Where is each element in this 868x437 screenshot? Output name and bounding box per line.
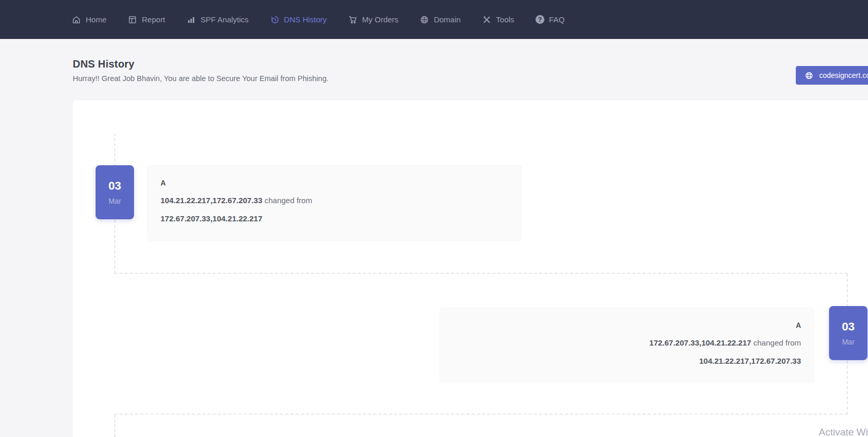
record-old-value: 172.67.207.33,104.21.22.217 [161,214,262,223]
nav-item-report[interactable]: Report [128,15,165,24]
tools-icon [482,15,491,24]
report-icon [128,15,137,24]
analytics-icon [186,15,196,24]
nav-item-spf-analytics[interactable]: SPF Analytics [186,15,249,24]
record-old-value: 104.21.22.217,172.67.207.33 [699,356,801,365]
globe-icon [805,71,813,80]
nav-item-label: SPF Analytics [201,15,249,24]
nav-item-label: Tools [496,15,514,24]
nav-item-tools[interactable]: Tools [482,15,514,24]
cart-icon [348,15,357,24]
nav-item-home[interactable]: Home [72,15,106,24]
timeline-date-badge: 03 Mar [96,165,134,219]
nav-item-label: Report [142,15,165,24]
domain-button-label: codesigncert.co [819,71,868,80]
nav-item-label: DNS History [284,15,327,24]
date-day: 03 [842,320,854,334]
dns-history-page: Home Report SPF Analytics [0,0,868,437]
record-new-value: 104.21.22.217,172.67.207.33 [161,196,262,205]
record-change-line: 172.67.207.33,104.21.22.217 changed from [453,338,801,348]
nav-item-label: My Orders [362,15,398,24]
nav-item-my-orders[interactable]: My Orders [348,15,398,24]
top-navbar: Home Report SPF Analytics [0,0,868,39]
date-month: Mar [109,197,121,205]
history-icon [270,15,279,24]
date-month: Mar [842,338,854,346]
globe-icon [420,15,429,24]
dns-record-card: A 172.67.207.33,104.21.22.217 changed fr… [439,307,814,383]
record-old-line: 104.21.22.217,172.67.207.33 [453,356,801,366]
record-type: A [161,179,509,187]
timeline-date-badge: 03 Mar [829,306,867,360]
home-icon [72,15,81,24]
faq-icon: ? [536,15,544,24]
page-title: DNS History [73,58,135,70]
dns-record-card: A 104.21.22.217,172.67.207.33 changed fr… [147,165,522,241]
record-type: A [453,321,801,329]
record-changed-text: changed from [264,196,312,205]
page-subtitle: Hurray!! Great Job Bhavin, You are able … [73,74,328,83]
nav-item-label: FAQ [549,15,565,24]
timeline-connector-segment-3 [114,415,848,437]
record-old-line: 172.67.207.33,104.21.22.217 [161,214,509,223]
nav-item-dns-history[interactable]: DNS History [270,15,327,24]
nav-item-label: Domain [434,15,461,24]
record-new-value: 172.67.207.33,104.21.22.217 [649,338,751,347]
date-day: 03 [109,179,121,193]
activate-windows-watermark: Activate Windows [819,427,868,437]
record-changed-text: changed from [753,338,801,347]
domain-button[interactable]: codesigncert.co [796,66,868,85]
nav-item-faq[interactable]: ? FAQ [536,15,565,24]
nav-item-domain[interactable]: Domain [420,15,461,24]
record-change-line: 104.21.22.217,172.67.207.33 changed from [161,196,509,205]
nav-item-label: Home [86,15,106,24]
